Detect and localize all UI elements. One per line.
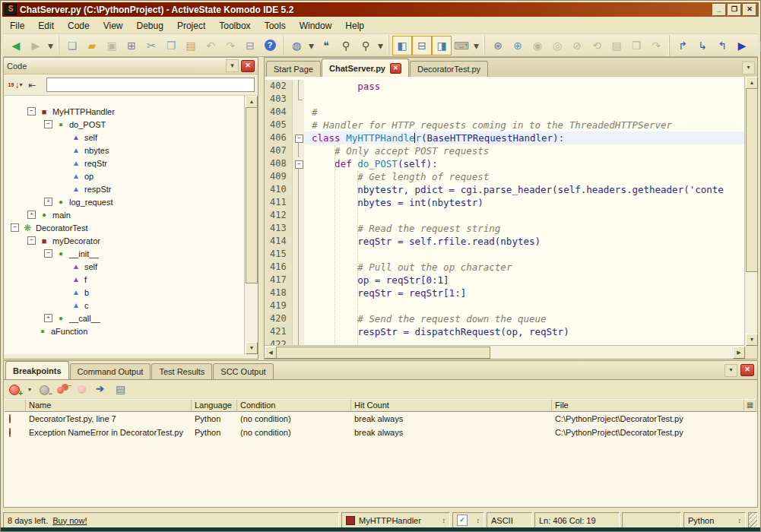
print-button[interactable]: ⊟ [240,36,260,55]
tree-expander-icon[interactable]: − [27,236,36,245]
bottom-panel-dropdown[interactable]: ▾ [725,364,737,377]
delete-all-breakpoints-button[interactable] [55,382,72,397]
find-in-files-button[interactable]: ⚲ [356,36,376,55]
save-all-button[interactable]: ⊞ [122,36,141,55]
scroll-left-icon[interactable]: ◀ [265,347,277,359]
menu-code[interactable]: Code [61,19,97,33]
debug-detach-button[interactable]: ◎ [547,36,567,55]
scroll-up-icon[interactable]: ▲ [246,96,258,108]
show-current-statement-button[interactable]: ▤ [607,36,626,55]
copy-button[interactable]: ❐ [161,36,181,55]
code-line-420[interactable]: 420 # Send the request down the queue [265,312,745,325]
symbol-filter-input[interactable] [46,78,255,92]
column-header-icon[interactable] [5,399,26,412]
code-line-404[interactable]: 404# [265,106,745,119]
back-button[interactable]: ◀ [6,36,26,55]
toggle-bottom-pane-button[interactable]: ⊟ [412,36,432,55]
menu-toolbox[interactable]: Toolbox [212,19,257,33]
code-line-421[interactable]: 421 respStr = dispatchRequest(op, reqStr… [265,325,745,338]
find-dropdown[interactable]: ▾ [376,36,385,55]
menu-view[interactable]: View [97,19,130,33]
column-header-file[interactable]: File [552,399,744,412]
fold-collapse-icon[interactable] [292,157,304,170]
breakpoint-row[interactable]: Exception NameError in DecoratorTest.pyP… [5,426,756,439]
toggle-breakpoint-state-button[interactable] [75,382,91,397]
column-picker-button[interactable]: ▦ [744,399,756,412]
code-line-414[interactable]: 414 reqStr = self.rfile.read(nbytes) [265,235,745,248]
step-out-button[interactable]: ↰ [712,36,732,55]
debug-copy-session-button[interactable]: ❐ [626,36,646,55]
redo-button[interactable]: ↷ [220,36,240,55]
tree-item-call[interactable]: +●__call__ [5,312,244,325]
tree-item-init[interactable]: −●__init__ [5,247,244,260]
tab-start-page[interactable]: Start Page [266,61,321,77]
tree-item-c[interactable]: ▲c [5,299,244,312]
tree-item-dopost[interactable]: −●do_POST [5,118,244,131]
tab-decoratortest-py[interactable]: DecoratorTest.py [410,61,488,77]
tree-item-logrequest[interactable]: +●log_request [5,195,244,208]
code-panel-close-button[interactable]: ✕ [241,60,255,72]
open-remote-file-button[interactable]: ⊛ [488,36,508,55]
code-line-409[interactable]: 409 # Get length of request [265,170,745,183]
code-line-418[interactable]: 418 reqStr = reqStr[1:] [265,287,745,299]
forward-history-dropdown[interactable]: ▾ [46,36,55,55]
sort-order-button[interactable]: 19↓▾ [7,78,24,93]
go-to-source-button[interactable] [94,382,110,397]
tree-item-f[interactable]: ▲f [5,273,244,286]
add-breakpoint-button[interactable] [7,382,24,397]
maximize-button[interactable]: ❐ [728,4,741,16]
editor-hscroll-thumb[interactable] [276,347,490,359]
tree-item-nbytes[interactable]: ▲nbytes [5,144,244,157]
tab-close-button[interactable]: ✕ [390,63,401,74]
debug-rerun-button[interactable]: ↷ [646,36,666,55]
editor-surface[interactable]: 402 pass403404#405# Handler for HTTP req… [265,77,745,346]
language-segment[interactable]: Python ↕ [683,512,746,528]
code-line-419[interactable]: 419 [265,299,745,312]
scroll-up-icon[interactable]: ▲ [746,77,758,89]
code-line-410[interactable]: 410 nbytestr, pdict = cgi.parse_header(s… [265,183,745,196]
new-tool-button[interactable]: ⊕ [508,36,528,55]
tree-item-self[interactable]: ▲self [5,260,244,273]
code-line-408[interactable]: 408 def do_POST(self): [265,157,745,170]
tree-item-op[interactable]: ▲op [5,169,244,182]
forward-button[interactable]: ▶ [26,36,46,55]
tab-scc-output[interactable]: SCC Output [213,363,273,379]
code-line-417[interactable]: 417 op = reqStr[0:1] [265,274,745,287]
tree-item-myhttphandler[interactable]: −■MyHTTPHandler [5,105,244,118]
tree-item-main[interactable]: +●main [5,208,244,221]
tab-breakpoints[interactable]: Breakpoints [5,361,69,379]
column-header-condition[interactable]: Condition [237,399,351,412]
menu-edit[interactable]: Edit [31,19,61,33]
resize-grip[interactable] [748,512,758,528]
open-file-button[interactable]: ▰ [82,36,102,55]
scroll-down-icon[interactable]: ▼ [246,342,258,354]
language-spinner-icon[interactable]: ↕ [734,517,742,524]
pause-button[interactable]: ∥ [752,36,761,55]
column-header-name[interactable]: Name [26,399,192,412]
tree-item-afunction[interactable]: ●aFunction [5,325,244,337]
disable-breakpoint-button[interactable] [36,382,53,397]
step-over-button[interactable]: ↱ [673,36,693,55]
scroll-down-icon[interactable]: ▼ [746,334,758,346]
buy-now-link[interactable]: Buy now! [52,516,87,525]
section-segment[interactable]: MyHTTPHandler ↕ [341,512,450,528]
tree-item-mydecorator[interactable]: −■myDecorator [5,234,244,247]
tree-expander-icon[interactable]: − [27,107,36,116]
breakpoint-row[interactable]: DecoratorTest.py, line 7Python(no condit… [5,412,756,426]
keybinding-dropdown[interactable]: ▾ [471,36,481,55]
code-line-413[interactable]: 413 # Read the request string [265,222,745,235]
tree-expander-icon[interactable]: + [27,211,36,219]
step-into-button[interactable]: ↳ [693,36,712,55]
tree-item-reqstr[interactable]: ▲reqStr [5,157,244,169]
code-line-415[interactable]: 415 [265,248,745,261]
editor-horizontal-scrollbar[interactable]: ◀ ▶ [265,345,745,359]
help-button[interactable]: ? [260,36,280,55]
syntax-check-segment[interactable]: ✓ ↕ [452,512,484,528]
paste-button[interactable]: ▤ [181,36,201,55]
tree-expander-icon[interactable]: − [44,120,52,128]
debug-break-button[interactable]: ◉ [528,36,547,55]
encoding-segment[interactable]: ASCII [487,512,532,528]
preview-in-browser-button[interactable]: ◍ [287,36,306,55]
cut-button[interactable]: ✂ [141,36,161,55]
close-button[interactable]: ✕ [743,4,756,16]
